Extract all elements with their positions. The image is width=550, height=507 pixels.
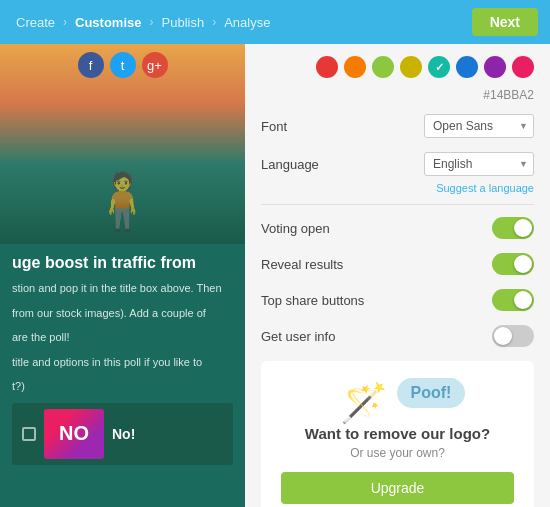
nav-analyse[interactable]: Analyse bbox=[220, 15, 274, 30]
color-swatches bbox=[261, 56, 534, 78]
right-panel: #14BBA2 Font Open Sans Arial Roboto Lang… bbox=[245, 44, 550, 507]
voting-open-control bbox=[414, 217, 534, 239]
left-title: uge boost in traffic from bbox=[12, 254, 233, 272]
swatch-pink[interactable] bbox=[512, 56, 534, 78]
swatch-blue[interactable] bbox=[456, 56, 478, 78]
logo-section: 🪄 Poof! Want to remove our logo? Or use … bbox=[261, 361, 534, 507]
get-user-info-knob bbox=[494, 327, 512, 345]
font-label: Font bbox=[261, 119, 414, 134]
top-share-buttons-toggle[interactable] bbox=[492, 289, 534, 311]
voting-open-row: Voting open bbox=[261, 217, 534, 239]
poll-option-image: NO bbox=[44, 409, 104, 459]
left-text-3: are the poll! bbox=[12, 329, 233, 346]
googleplus-share-icon[interactable]: g+ bbox=[142, 52, 168, 78]
voting-open-label: Voting open bbox=[261, 221, 414, 236]
swatch-yellow[interactable] bbox=[400, 56, 422, 78]
get-user-info-toggle[interactable] bbox=[492, 325, 534, 347]
reveal-results-toggle[interactable] bbox=[492, 253, 534, 275]
language-row: Language English French Spanish bbox=[261, 152, 534, 176]
poof-bubble: Poof! bbox=[397, 378, 466, 408]
nav-arrow-2: › bbox=[150, 15, 154, 29]
left-panel: f t g+ 🧍 uge boost in traffic from stion… bbox=[0, 44, 245, 507]
left-text-1: stion and pop it in the title box above.… bbox=[12, 280, 233, 297]
language-select-wrapper: English French Spanish bbox=[424, 152, 534, 176]
get-user-info-row: Get user info bbox=[261, 325, 534, 347]
get-user-info-control bbox=[414, 325, 534, 347]
swatch-red[interactable] bbox=[316, 56, 338, 78]
reveal-results-control bbox=[414, 253, 534, 275]
facebook-share-icon[interactable]: f bbox=[78, 52, 104, 78]
nav-arrow-3: › bbox=[212, 15, 216, 29]
reveal-results-knob bbox=[514, 255, 532, 273]
divider-1 bbox=[261, 204, 534, 205]
nav-publish[interactable]: Publish bbox=[158, 15, 209, 30]
font-select[interactable]: Open Sans Arial Roboto bbox=[424, 114, 534, 138]
nav-customise[interactable]: Customise bbox=[71, 15, 145, 30]
language-control: English French Spanish bbox=[414, 152, 534, 176]
top-navigation: Create › Customise › Publish › Analyse N… bbox=[0, 0, 550, 44]
nav-create[interactable]: Create bbox=[12, 15, 59, 30]
top-share-buttons-control bbox=[414, 289, 534, 311]
top-share-buttons-label: Top share buttons bbox=[261, 293, 414, 308]
suggest-language-link[interactable]: Suggest a language bbox=[261, 182, 534, 194]
font-select-wrapper: Open Sans Arial Roboto bbox=[424, 114, 534, 138]
poll-option-label: No! bbox=[112, 426, 135, 442]
swatch-green[interactable] bbox=[372, 56, 394, 78]
voting-open-knob bbox=[514, 219, 532, 237]
twitter-share-icon[interactable]: t bbox=[110, 52, 136, 78]
logo-subtitle: Or use your own? bbox=[281, 446, 514, 460]
reveal-results-label: Reveal results bbox=[261, 257, 414, 272]
share-icons-overlay: f t g+ bbox=[78, 52, 168, 78]
upgrade-button[interactable]: Upgrade bbox=[281, 472, 514, 504]
main-layout: f t g+ 🧍 uge boost in traffic from stion… bbox=[0, 44, 550, 507]
hex-value-display: #14BBA2 bbox=[261, 88, 534, 102]
top-share-buttons-knob bbox=[514, 291, 532, 309]
language-select[interactable]: English French Spanish bbox=[424, 152, 534, 176]
get-user-info-label: Get user info bbox=[261, 329, 414, 344]
reveal-results-row: Reveal results bbox=[261, 253, 534, 275]
poll-option-checkbox bbox=[22, 427, 36, 441]
font-control: Open Sans Arial Roboto bbox=[414, 114, 534, 138]
left-text-2: from our stock images). Add a couple of bbox=[12, 305, 233, 322]
voting-open-toggle[interactable] bbox=[492, 217, 534, 239]
left-text-5: t?) bbox=[12, 378, 233, 395]
font-row: Font Open Sans Arial Roboto bbox=[261, 114, 534, 138]
wand-icon: 🪄 bbox=[340, 381, 387, 425]
language-label: Language bbox=[261, 157, 414, 172]
left-text-4: title and options in this poll if you li… bbox=[12, 354, 233, 371]
left-content: uge boost in traffic from stion and pop … bbox=[0, 244, 245, 481]
logo-title: Want to remove our logo? bbox=[281, 425, 514, 442]
logo-animation: 🪄 Poof! bbox=[281, 381, 514, 425]
nav-arrow-1: › bbox=[63, 15, 67, 29]
top-share-buttons-row: Top share buttons bbox=[261, 289, 534, 311]
swatch-orange[interactable] bbox=[344, 56, 366, 78]
swatch-purple[interactable] bbox=[484, 56, 506, 78]
hero-silhouette: 🧍 bbox=[88, 169, 157, 234]
hero-image: f t g+ 🧍 bbox=[0, 44, 245, 244]
next-button[interactable]: Next bbox=[472, 8, 538, 36]
poll-option-no[interactable]: NO No! bbox=[12, 403, 233, 465]
swatch-teal[interactable] bbox=[428, 56, 450, 78]
